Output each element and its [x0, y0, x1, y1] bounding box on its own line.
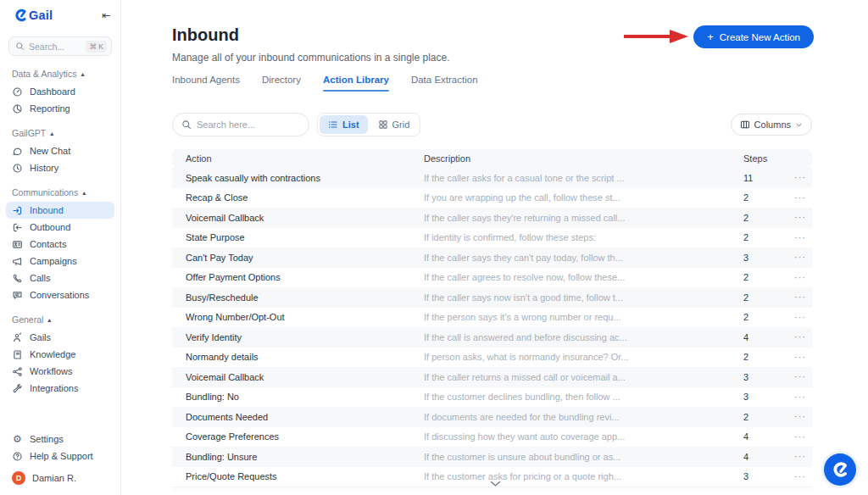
- sidebar-item-conversations[interactable]: Conversations: [0, 286, 120, 303]
- sidebar-item-new-chat[interactable]: New Chat: [0, 142, 120, 159]
- sidebar-item-inbound[interactable]: Inbound: [6, 202, 114, 219]
- sidebar-item-integrations[interactable]: Integrations: [0, 380, 120, 397]
- sidebar-item-campaigns[interactable]: Campaigns: [0, 253, 120, 270]
- sidebar-section-general[interactable]: General ▴: [0, 314, 120, 325]
- table-row[interactable]: Bundling: Unsure If the customer is unsu…: [172, 447, 812, 467]
- sidebar-item-label: New Chat: [30, 146, 70, 156]
- sidebar-item-outbound[interactable]: Outbound: [0, 219, 120, 236]
- sidebar-section-data-analytics[interactable]: Data & Analytics ▴: [0, 69, 120, 79]
- search-icon: [181, 120, 192, 130]
- description-cell: If the caller says now isn't a good time…: [424, 292, 743, 303]
- sidebar-item-history[interactable]: History: [0, 159, 120, 176]
- sidebar-item-knowledge[interactable]: Knowledge: [0, 346, 120, 363]
- row-menu-button[interactable]: ···: [794, 432, 812, 442]
- sidebar-item-label: Contacts: [30, 239, 66, 249]
- steps-cell: 2: [743, 412, 794, 422]
- tab-action-library[interactable]: Action Library: [323, 75, 389, 92]
- view-toggle: List Grid: [317, 113, 420, 136]
- table-search-input[interactable]: [197, 120, 300, 130]
- steps-cell: 2: [743, 292, 794, 303]
- steps-cell: 4: [743, 332, 794, 342]
- column-header-action[interactable]: Action: [186, 153, 424, 164]
- row-menu-button[interactable]: ···: [794, 472, 812, 481]
- row-menu-button[interactable]: ···: [794, 353, 812, 362]
- table-row[interactable]: Offer Payment Options If the caller agre…: [172, 268, 812, 288]
- description-cell: If the caller asks for a casual tone or …: [424, 173, 743, 183]
- sidebar-item-settings[interactable]: ⚙ Settings: [0, 431, 120, 448]
- sidebar-item-gails[interactable]: Gails: [0, 329, 120, 346]
- table-row[interactable]: Coverage Preferences If discussing how t…: [172, 427, 812, 448]
- sidebar-item-calls[interactable]: Calls: [0, 270, 120, 286]
- gauge-icon: [12, 86, 23, 97]
- tab-inbound-agents[interactable]: Inbound Agents: [172, 75, 240, 92]
- columns-button[interactable]: Columns: [731, 114, 812, 136]
- steps-cell: 2: [743, 352, 794, 362]
- action-cell: Normandy details: [186, 352, 424, 362]
- gail-widget-button[interactable]: [824, 453, 856, 486]
- sidebar-section-communications[interactable]: Communications ▴: [0, 187, 120, 197]
- table-search[interactable]: [172, 113, 309, 136]
- sidebar-item-label: Inbound: [30, 205, 64, 215]
- row-menu-button[interactable]: ···: [794, 173, 812, 182]
- row-menu-button[interactable]: ···: [794, 213, 812, 222]
- megaphone-icon: [12, 256, 23, 267]
- user-menu[interactable]: D Damian R.: [0, 468, 120, 488]
- row-menu-button[interactable]: ···: [794, 332, 812, 342]
- chevron-up-icon: ▴: [47, 316, 51, 324]
- table-row[interactable]: Voicemail Callback If the caller says th…: [172, 208, 812, 228]
- action-cell: Coverage Preferences: [186, 431, 424, 442]
- row-menu-button[interactable]: ···: [794, 233, 812, 242]
- collapse-sidebar-icon[interactable]: ⇤: [102, 10, 110, 20]
- sidebar-item-dashboard[interactable]: Dashboard: [0, 83, 120, 100]
- sidebar-item-workflows[interactable]: Workflows: [0, 363, 120, 380]
- create-new-action-button[interactable]: + Create New Action: [693, 25, 814, 48]
- sidebar-item-label: Knowledge: [30, 349, 75, 359]
- create-new-action-label: Create New Action: [720, 32, 800, 42]
- table-row[interactable]: State Purpose If identity is confirmed, …: [172, 228, 812, 248]
- actions-table: Action Description Steps Speak casually …: [172, 149, 812, 492]
- table-row[interactable]: Documents Needed If documents are needed…: [172, 407, 812, 427]
- tab-data-extraction[interactable]: Data Extraction: [411, 75, 478, 92]
- table-row[interactable]: Bundling: No If the customer declines bu…: [172, 387, 812, 408]
- row-menu-button[interactable]: ···: [794, 452, 812, 461]
- row-menu-button[interactable]: ···: [794, 253, 812, 262]
- table-row[interactable]: Recap & Close If you are wrapping up the…: [172, 188, 812, 209]
- sidebar-search-input[interactable]: [29, 42, 81, 52]
- column-header-description[interactable]: Description: [424, 153, 743, 164]
- table-row[interactable]: Speak casually with contractions If the …: [172, 168, 812, 188]
- sidebar-item-help-support[interactable]: Help & Support: [0, 448, 120, 464]
- table-row[interactable]: Can't Pay Today If the caller says they …: [172, 248, 812, 268]
- brand-logo[interactable]: Gail: [14, 8, 53, 22]
- chevron-down-icon: [795, 121, 803, 129]
- row-menu-button[interactable]: ···: [794, 292, 812, 302]
- row-menu-button[interactable]: ···: [794, 372, 812, 381]
- tab-directory[interactable]: Directory: [262, 75, 301, 92]
- share-nodes-icon: [12, 366, 23, 377]
- table-row[interactable]: Normandy details If person asks, what is…: [172, 348, 812, 368]
- scroll-more-chevron-down-icon[interactable]: [490, 476, 501, 491]
- steps-cell: 2: [743, 272, 794, 282]
- row-menu-button[interactable]: ···: [794, 392, 812, 402]
- row-menu-button[interactable]: ···: [794, 273, 812, 282]
- table-row[interactable]: Verify Identity If the call is answered …: [172, 327, 812, 348]
- row-menu-button[interactable]: ···: [794, 193, 812, 203]
- description-cell: If you are wrapping up the call, follow …: [424, 192, 743, 203]
- row-menu-button[interactable]: ···: [794, 313, 812, 322]
- action-cell: Bundling: Unsure: [186, 452, 424, 462]
- grid-view-button[interactable]: Grid: [370, 115, 419, 134]
- sidebar-item-contacts[interactable]: Contacts: [0, 236, 120, 253]
- description-cell: If the caller agrees to resolve now, fol…: [424, 272, 743, 282]
- sidebar-item-reporting[interactable]: Reporting: [0, 100, 120, 117]
- list-view-button[interactable]: List: [320, 115, 368, 134]
- table-row[interactable]: Voicemail Callback If the caller returns…: [172, 367, 812, 387]
- action-cell: Bundling: No: [186, 392, 424, 402]
- sidebar-search[interactable]: ⌘ K: [8, 36, 112, 56]
- table-row[interactable]: Busy/Reschedule If the caller says now i…: [172, 287, 812, 308]
- table-row[interactable]: Wrong Number/Opt-Out If the person says …: [172, 308, 812, 328]
- gail-logo-icon: [831, 460, 849, 479]
- table-toolbar: List Grid Columns: [172, 113, 812, 136]
- sidebar-section-gailgpt[interactable]: GailGPT ▴: [0, 128, 120, 138]
- sidebar-footer: ⚙ Settings Help & Support D Damian R.: [0, 425, 120, 495]
- column-header-steps[interactable]: Steps: [743, 153, 794, 164]
- row-menu-button[interactable]: ···: [794, 412, 812, 421]
